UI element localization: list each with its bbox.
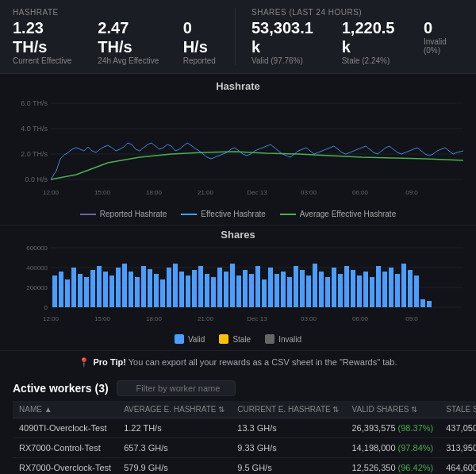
col-name[interactable]: NAME ▲ (13, 401, 117, 418)
svg-text:600000: 600000 (26, 245, 48, 252)
workers-table: NAME ▲ AVERAGE E. HASHRATE ⇅ CURRENT E. … (13, 401, 476, 474)
svg-rect-70 (281, 272, 286, 307)
svg-rect-54 (179, 272, 184, 307)
svg-rect-68 (268, 268, 273, 307)
worker-valid-shares: 26,393,575 (98.37%) (345, 418, 440, 438)
svg-rect-47 (135, 277, 140, 307)
pro-tip-prefix: Pro Tip! (93, 357, 125, 367)
reported-label: Reported (183, 56, 219, 65)
svg-text:200000: 200000 (26, 284, 48, 291)
svg-rect-49 (148, 269, 152, 307)
svg-text:Dec 13: Dec 13 (247, 189, 267, 196)
worker-avg-hashrate: 1.22 TH/s (117, 418, 231, 438)
legend-invalid-label: Invalid (278, 335, 301, 344)
legend-invalid-box (265, 334, 274, 344)
svg-rect-45 (122, 264, 127, 307)
legend-valid-shares: Valid (175, 334, 205, 344)
svg-rect-59 (211, 277, 216, 307)
svg-rect-85 (376, 266, 381, 307)
pro-tip-text: You can export all your rewards as a CSV… (126, 357, 397, 367)
worker-cur-hashrate: 13.3 GH/s (231, 418, 345, 438)
valid-shares-label: Valid (97.76%) (251, 56, 323, 65)
stat-reported: 0 H/s Reported (183, 18, 219, 65)
worker-stale-shares: 464,600 (3.58%) (440, 458, 476, 475)
svg-rect-92 (420, 299, 425, 307)
hashrate-chart-section: Hashrate 6.0 TH/s 4.0 TH/s 2.0 TH/s 0.0 … (0, 74, 476, 225)
table-row: RX7000-Overclock-Test 579.9 GH/s 9.5 GH/… (13, 458, 476, 475)
svg-rect-55 (186, 276, 190, 307)
workers-header: Active workers (3) 🔍 (13, 380, 463, 396)
svg-rect-76 (319, 272, 324, 307)
svg-text:12:00: 12:00 (43, 315, 60, 322)
svg-rect-75 (313, 264, 317, 307)
24h-avg-value: 2.47 TH/s (98, 18, 163, 56)
hashrate-label: Hashrate (13, 8, 219, 17)
svg-text:18:00: 18:00 (146, 315, 163, 322)
svg-rect-58 (205, 274, 209, 307)
svg-rect-69 (274, 274, 279, 307)
svg-text:21:00: 21:00 (198, 189, 214, 196)
col-cur-hashrate[interactable]: CURRENT E. HASHRATE ⇅ (231, 401, 345, 418)
col-stale-shares[interactable]: STALE SHARES ⇅ (440, 401, 476, 418)
table-row: 4090TI-Overclock-Test 1.22 TH/s 13.3 GH/… (13, 418, 476, 438)
legend-effective-line (181, 214, 197, 215)
worker-stale-shares: 313,950 (2.16%) (440, 438, 476, 458)
svg-rect-34 (52, 276, 57, 307)
worker-cur-hashrate: 9.5 GH/s (231, 458, 345, 475)
legend-invalid-shares: Invalid (265, 334, 301, 344)
current-effective-value: 1.23 TH/s (13, 18, 79, 56)
hashrate-items: 1.23 TH/s Current Effective 2.47 TH/s 24… (13, 18, 219, 65)
svg-text:4.0 TH/s: 4.0 TH/s (21, 125, 48, 133)
svg-rect-48 (141, 266, 146, 307)
svg-rect-44 (116, 268, 121, 307)
pro-tip-bar: 📍Pro Tip! You can export all your reward… (0, 350, 476, 374)
svg-rect-57 (198, 266, 203, 307)
worker-filter-input[interactable] (117, 380, 236, 396)
col-avg-hashrate[interactable]: AVERAGE E. HASHRATE ⇅ (117, 401, 231, 418)
valid-shares-value: 53,303.1 k (251, 18, 323, 56)
svg-rect-41 (97, 266, 102, 307)
hashrate-chart-svg: 6.0 TH/s 4.0 TH/s 2.0 TH/s 0.0 H/s 12:00… (13, 95, 463, 206)
worker-stale-shares: 437,050 (1.63%) (440, 418, 476, 438)
svg-rect-62 (230, 264, 235, 307)
svg-rect-79 (338, 274, 343, 307)
svg-rect-84 (370, 277, 374, 307)
svg-text:06:00: 06:00 (352, 315, 369, 322)
24h-avg-label: 24h Avg Effective (98, 56, 163, 65)
stale-shares-label: Stale (2.24%) (342, 56, 405, 65)
svg-rect-86 (382, 272, 387, 307)
legend-valid-box (175, 334, 184, 344)
svg-rect-87 (389, 268, 393, 307)
svg-rect-66 (255, 266, 260, 307)
svg-rect-53 (173, 264, 178, 307)
invalid-shares-value: 0 (424, 18, 463, 37)
stat-current-effective: 1.23 TH/s Current Effective (13, 18, 79, 65)
pin-icon: 📍 (79, 357, 90, 367)
svg-text:15:00: 15:00 (94, 315, 111, 322)
worker-name-cell[interactable]: RX7000-Overclock-Test (13, 458, 117, 475)
legend-stale-shares: Stale (219, 334, 251, 344)
stat-stale-shares: 1,220.5 k Stale (2.24%) (342, 18, 405, 65)
svg-text:2.0 TH/s: 2.0 TH/s (21, 150, 48, 158)
shares-chart-container: 600000 400000 200000 0 12:00 15:00 18:00… (13, 244, 463, 331)
reported-value: 0 H/s (183, 18, 219, 56)
svg-rect-51 (160, 279, 165, 307)
worker-name-cell[interactable]: 4090TI-Overclock-Test (13, 418, 117, 438)
svg-rect-93 (427, 301, 432, 307)
legend-avg-label: Average Effective Hashrate (300, 210, 396, 218)
svg-rect-39 (84, 277, 89, 307)
svg-rect-74 (306, 276, 311, 307)
svg-rect-38 (78, 274, 83, 307)
stale-shares-value: 1,220.5 k (342, 18, 405, 56)
col-valid-shares[interactable]: VALID SHARES ⇅ (345, 401, 440, 418)
worker-name-cell[interactable]: RX7000-Control-Test (13, 438, 117, 458)
svg-text:03:00: 03:00 (301, 315, 317, 322)
top-stats-bar: Hashrate 1.23 TH/s Current Effective 2.4… (0, 0, 476, 74)
shares-chart-title: Shares (13, 229, 463, 241)
svg-rect-80 (344, 266, 349, 307)
worker-valid-shares: 12,526,350 (96.42%) (345, 458, 440, 475)
shares-label: Shares (last 24 hours) (251, 8, 463, 17)
svg-rect-82 (357, 276, 362, 307)
svg-text:21:00: 21:00 (198, 315, 214, 322)
stats-divider (235, 8, 236, 65)
